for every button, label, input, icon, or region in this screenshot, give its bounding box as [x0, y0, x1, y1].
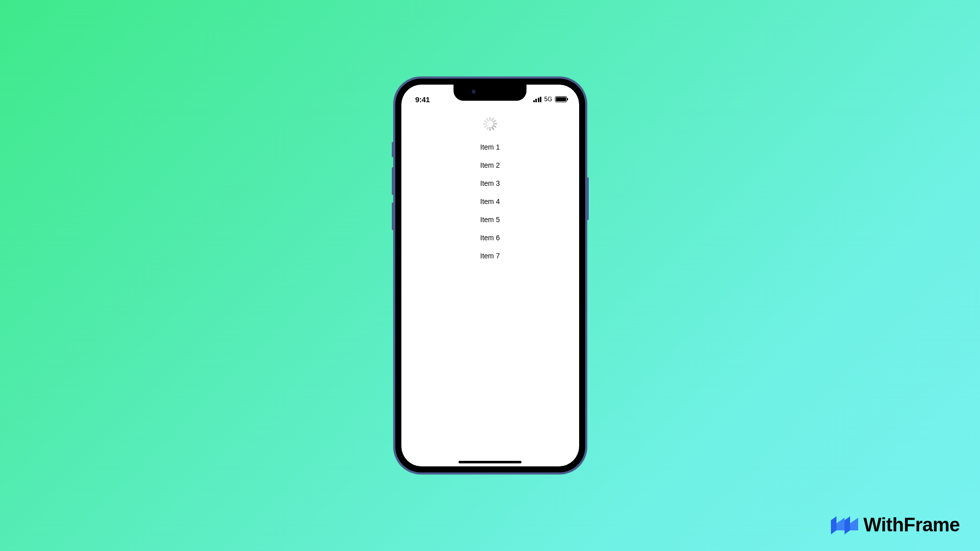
- power-button: [587, 177, 589, 220]
- home-indicator[interactable]: [459, 461, 522, 463]
- cellular-signal-icon: [533, 97, 542, 102]
- front-camera: [472, 90, 476, 94]
- loading-spinner-icon: [483, 117, 497, 131]
- withframe-watermark: WithFrame: [831, 514, 960, 536]
- list-item[interactable]: Item 5: [480, 211, 500, 229]
- watermark-text: WithFrame: [863, 514, 960, 536]
- phone-screen: 9:41 5G Item 1 I: [401, 85, 579, 466]
- phone-device-frame: 9:41 5G Item 1 I: [393, 77, 587, 474]
- list-item[interactable]: Item 2: [480, 156, 500, 174]
- list-item[interactable]: Item 4: [480, 192, 500, 211]
- list-item[interactable]: Item 7: [480, 247, 500, 265]
- loading-indicator-container: [401, 107, 579, 138]
- network-type: 5G: [544, 96, 552, 103]
- volume-down-button: [392, 202, 393, 230]
- list-item[interactable]: Item 6: [480, 229, 500, 247]
- battery-icon: [555, 96, 567, 102]
- volume-up-button: [392, 167, 393, 195]
- item-list[interactable]: Item 1 Item 2 Item 3 Item 4 Item 5 Item …: [401, 138, 579, 265]
- phone-notch: [454, 85, 527, 101]
- withframe-logo-icon: [831, 516, 858, 534]
- status-time: 9:41: [415, 95, 430, 104]
- status-indicators: 5G: [533, 96, 567, 103]
- list-item[interactable]: Item 3: [480, 174, 500, 192]
- silence-switch: [392, 142, 393, 157]
- list-item[interactable]: Item 1: [480, 138, 500, 156]
